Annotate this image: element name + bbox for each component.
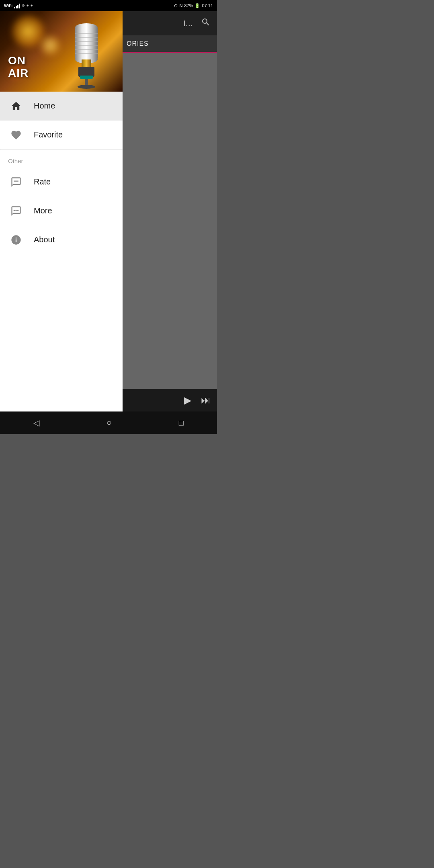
- nav-item-about[interactable]: About: [0, 225, 123, 254]
- back-button[interactable]: ◁: [33, 418, 39, 428]
- nav-item-more[interactable]: More: [0, 197, 123, 225]
- about-label: About: [34, 235, 55, 244]
- nav-item-favorite[interactable]: Favorite: [0, 121, 123, 149]
- on-air-text: ON AIR: [8, 55, 29, 80]
- nav-item-home[interactable]: Home: [0, 92, 123, 121]
- rate-label: Rate: [34, 177, 51, 186]
- home-button[interactable]: ○: [106, 418, 112, 428]
- bokeh-light-1: [12, 15, 44, 47]
- media-controls: ▶ ⏭: [123, 389, 217, 411]
- wifi-icon: WiFi: [4, 4, 12, 8]
- signal-bar-4: [19, 4, 20, 8]
- time-display: 07:11: [202, 3, 213, 8]
- app-container: ON AIR Home Favorite Other: [0, 11, 217, 411]
- battery-icon: 🔋: [194, 3, 200, 8]
- search-icon[interactable]: [201, 17, 211, 29]
- signal-bar-1: [14, 7, 15, 8]
- heart-icon: [8, 127, 24, 143]
- signal-bar-2: [16, 6, 17, 8]
- svg-point-14: [14, 210, 15, 211]
- main-panel: i... ORIES ▶ ⏭: [123, 11, 217, 411]
- extra-icons: ⚙ ✦ ✦: [22, 4, 33, 8]
- nav-item-rate[interactable]: Rate: [0, 168, 123, 197]
- signal-bar-3: [17, 5, 18, 8]
- system-nav-bar: ◁ ○ □: [0, 411, 217, 434]
- svg-rect-1: [75, 27, 98, 59]
- nfc-icon: N: [179, 3, 182, 8]
- other-section-header: Other: [0, 150, 123, 168]
- bokeh-light-2: [40, 35, 60, 55]
- title-ellipsis: i...: [184, 18, 193, 29]
- play-button[interactable]: ▶: [184, 395, 191, 406]
- svg-rect-9: [82, 59, 91, 67]
- categories-bar: ORIES: [123, 35, 217, 53]
- main-content: [123, 53, 217, 411]
- status-right: ⊙ N 87% 🔋 07:11: [174, 3, 213, 8]
- forward-button[interactable]: ⏭: [201, 395, 211, 406]
- more-label: More: [34, 206, 52, 215]
- status-bar: WiFi ⚙ ✦ ✦ ⊙ N 87% 🔋 07:11: [0, 0, 217, 11]
- svg-point-15: [15, 210, 17, 211]
- battery-percent: 87%: [184, 3, 193, 8]
- signal-bars: [14, 3, 20, 8]
- favorite-label: Favorite: [34, 130, 63, 139]
- navigation-drawer: ON AIR Home Favorite Other: [0, 11, 123, 411]
- alarm-icon: ⊙: [174, 3, 178, 8]
- main-header: i...: [123, 11, 217, 35]
- home-label: Home: [34, 101, 55, 111]
- svg-rect-10: [78, 67, 94, 77]
- about-icon: [8, 232, 24, 248]
- microphone-image: [62, 13, 111, 90]
- home-icon: [8, 98, 24, 114]
- categories-label: ORIES: [127, 40, 149, 47]
- svg-point-16: [17, 210, 19, 211]
- svg-rect-11: [80, 76, 93, 79]
- svg-point-13: [78, 85, 95, 89]
- more-icon: [8, 203, 24, 219]
- status-left: WiFi ⚙ ✦ ✦: [4, 3, 33, 8]
- recents-button[interactable]: □: [179, 418, 184, 428]
- rate-icon: [8, 174, 24, 190]
- hero-banner: ON AIR: [0, 11, 123, 92]
